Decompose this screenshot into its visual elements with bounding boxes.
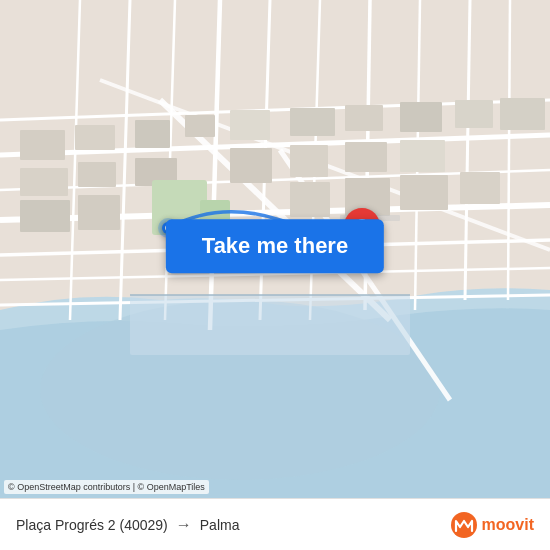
svg-rect-38 xyxy=(400,140,445,172)
app: Take me there © OpenStreetMap contributo… xyxy=(0,0,550,550)
svg-rect-41 xyxy=(290,182,330,217)
button-overlay: Take me there xyxy=(166,219,384,273)
svg-rect-28 xyxy=(345,105,383,131)
svg-point-56 xyxy=(451,512,477,538)
svg-rect-23 xyxy=(75,125,115,150)
svg-rect-31 xyxy=(500,98,545,130)
svg-rect-32 xyxy=(20,168,68,196)
svg-rect-33 xyxy=(78,162,116,187)
svg-rect-27 xyxy=(290,108,335,136)
bottom-bar: Plaça Progrés 2 (40029) → Palma moovit xyxy=(0,498,550,550)
moovit-logo: moovit xyxy=(450,511,534,539)
route-info: Plaça Progrés 2 (40029) → Palma xyxy=(16,516,239,534)
map-container: Take me there © OpenStreetMap contributo… xyxy=(0,0,550,498)
svg-rect-29 xyxy=(400,102,442,132)
svg-rect-25 xyxy=(185,115,215,137)
svg-rect-22 xyxy=(20,130,65,160)
svg-rect-26 xyxy=(230,110,270,140)
svg-rect-39 xyxy=(20,200,70,232)
svg-rect-36 xyxy=(290,145,328,177)
take-me-there-button[interactable]: Take me there xyxy=(166,219,384,273)
svg-rect-30 xyxy=(455,100,493,128)
svg-rect-40 xyxy=(78,195,120,230)
svg-rect-24 xyxy=(135,120,170,148)
svg-rect-44 xyxy=(460,172,500,204)
svg-rect-43 xyxy=(400,175,448,210)
map-attribution: © OpenStreetMap contributors | © OpenMap… xyxy=(4,480,209,494)
moovit-label: moovit xyxy=(482,516,534,534)
moovit-icon-svg xyxy=(450,511,478,539)
svg-rect-37 xyxy=(345,142,387,172)
svg-rect-35 xyxy=(230,148,272,183)
arrow-icon: → xyxy=(176,516,192,534)
destination-text: Palma xyxy=(200,517,240,533)
svg-rect-47 xyxy=(130,295,410,355)
origin-text: Plaça Progrés 2 (40029) xyxy=(16,517,168,533)
